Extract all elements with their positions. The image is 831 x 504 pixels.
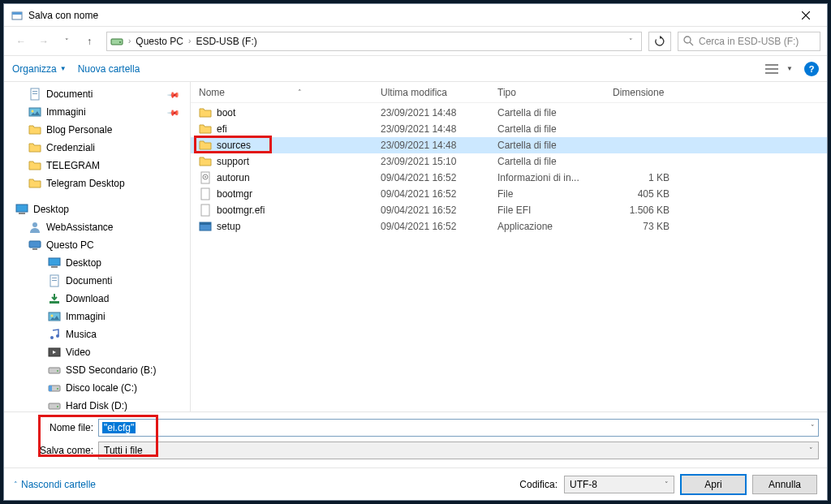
recent-dropdown[interactable]: ˅	[56, 31, 77, 52]
search-icon	[683, 36, 694, 46]
sidebar-item[interactable]: SSD Secondario (B:)	[4, 361, 190, 379]
file-row[interactable]: support23/09/2021 15:10Cartella di file	[191, 153, 827, 170]
sidebar-item[interactable]: Credenziali	[4, 139, 190, 157]
sidebar-item-label: Blog Personale	[46, 124, 112, 136]
close-button[interactable]	[790, 4, 822, 27]
sidebar-item[interactable]: Download	[4, 290, 190, 308]
sidebar-item[interactable]: Questo PC	[4, 236, 190, 254]
file-icon	[199, 187, 212, 200]
file-row[interactable]: bootmgr09/04/2021 16:52File405 KB	[191, 186, 827, 202]
sidebar-item[interactable]: WebAssistance	[4, 218, 190, 236]
sidebar-item[interactable]: Blog Personale	[4, 121, 190, 139]
svg-point-30	[50, 336, 54, 339]
view-options[interactable]: ▼	[765, 63, 793, 75]
svg-rect-25	[52, 278, 57, 278]
file-type: Cartella di file	[489, 156, 605, 167]
file-row[interactable]: efi23/09/2021 14:48Cartella di file	[191, 121, 827, 137]
col-size[interactable]: Dimensione	[605, 87, 678, 98]
file-name: support	[217, 156, 249, 167]
sidebar-item[interactable]: Immagini	[4, 308, 190, 325]
navbar: ← → ˅ ↑ › Questo PC › ESD-USB (F:) ˅ Cer…	[4, 27, 827, 56]
svg-rect-37	[49, 386, 52, 391]
sidebar-item-label: Immagini	[46, 106, 86, 118]
sidebar-item-label: Documenti	[46, 88, 93, 100]
svg-point-7	[684, 37, 691, 43]
file-row[interactable]: setup09/04/2021 16:52Applicazione73 KB	[191, 218, 827, 235]
sidebar[interactable]: Documenti📌Immagini📌Blog PersonaleCredenz…	[4, 82, 191, 411]
svg-point-48	[205, 176, 206, 178]
sidebar-item[interactable]: Hard Disk (D:)	[4, 397, 190, 411]
inf-icon	[199, 171, 212, 184]
refresh-button[interactable]	[648, 32, 671, 51]
file-type: Cartella di file	[489, 123, 605, 135]
chevron-right-icon: ›	[188, 37, 191, 45]
svg-rect-34	[49, 368, 60, 373]
chevron-down-icon[interactable]: ˅	[811, 424, 815, 432]
svg-point-5	[119, 41, 121, 43]
col-type[interactable]: Tipo	[489, 87, 605, 98]
file-row[interactable]: boot23/09/2021 14:48Cartella di file	[191, 105, 827, 121]
pc-icon	[28, 239, 41, 252]
svg-point-29	[51, 315, 54, 317]
new-folder-button[interactable]: Nuova cartella	[78, 63, 140, 75]
desktop-icon	[15, 203, 28, 216]
svg-rect-21	[32, 248, 37, 250]
svg-rect-52	[200, 222, 211, 225]
sidebar-item[interactable]: Documenti	[4, 272, 190, 290]
chevron-down-icon: ˅	[809, 446, 813, 454]
filename-input[interactable]: "ei.cfg" ˅	[98, 419, 819, 437]
address-bar[interactable]: › Questo PC › ESD-USB (F:) ˅	[106, 32, 642, 51]
col-modified[interactable]: Ultima modifica	[372, 87, 489, 98]
sidebar-item[interactable]: Telegram Desktop	[4, 174, 190, 192]
cancel-button[interactable]: Annulla	[752, 475, 817, 494]
file-type: Cartella di file	[489, 107, 605, 118]
svg-rect-49	[201, 188, 209, 200]
window-title: Salva con nome	[28, 10, 790, 21]
file-row[interactable]: autorun09/04/2021 16:52Informazioni di i…	[191, 170, 827, 186]
file-size: 1 KB	[605, 172, 678, 183]
sidebar-item[interactable]: Desktop	[4, 254, 190, 272]
address-dropdown[interactable]: ˅	[623, 37, 638, 45]
crumb-pc[interactable]: Questo PC	[136, 36, 183, 47]
file-size: 405 KB	[605, 188, 678, 200]
column-headers[interactable]: Nome˄ Ultima modifica Tipo Dimensione	[191, 82, 827, 103]
file-type: Cartella di file	[489, 140, 605, 151]
chevron-down-icon: ˅	[665, 480, 669, 489]
filename-value: "ei.cfg"	[102, 422, 136, 433]
sidebar-item[interactable]: Immagini📌	[4, 103, 190, 121]
drive-icon	[48, 399, 61, 411]
app-icon	[11, 9, 24, 22]
organize-menu[interactable]: Organizza▼	[12, 63, 67, 75]
sidebar-item[interactable]: Documenti📌	[4, 85, 190, 103]
doc-icon	[48, 274, 61, 287]
help-button[interactable]: ?	[804, 62, 819, 76]
file-list[interactable]: boot23/09/2021 14:48Cartella di fileefi2…	[191, 103, 827, 411]
pin-icon: 📌	[167, 88, 180, 101]
file-row[interactable]: sources23/09/2021 14:48Cartella di file	[191, 137, 827, 153]
up-button[interactable]: ↑	[79, 31, 100, 52]
file-modified: 09/04/2021 16:52	[372, 205, 489, 216]
svg-point-38	[57, 388, 58, 390]
saveas-combo[interactable]: Tutti i file ˅	[98, 442, 819, 459]
forward-button[interactable]: →	[33, 31, 54, 52]
svg-rect-23	[51, 266, 58, 268]
encoding-combo[interactable]: UTF-8 ˅	[564, 476, 674, 493]
open-button[interactable]: Apri	[681, 475, 746, 494]
hide-folders-link[interactable]: ˄Nascondi cartelle	[14, 479, 96, 490]
file-modified: 23/09/2021 14:48	[372, 107, 489, 118]
pic-icon	[48, 310, 61, 323]
sidebar-item[interactable]: TELEGRAM	[4, 157, 190, 174]
sidebar-item[interactable]: Disco locale (C:)	[4, 379, 190, 397]
sidebar-desktop[interactable]: Desktop	[4, 200, 190, 218]
svg-rect-22	[49, 258, 60, 265]
search-input[interactable]: Cerca in ESD-USB (F:)	[678, 32, 820, 51]
sidebar-item[interactable]: Video	[4, 343, 190, 361]
saveas-value: Tutti i file	[104, 445, 143, 456]
col-name[interactable]: Nome	[199, 87, 225, 98]
sidebar-item[interactable]: Musica	[4, 325, 190, 343]
crumb-drive[interactable]: ESD-USB (F:)	[196, 36, 256, 47]
back-button[interactable]: ←	[11, 31, 32, 52]
svg-rect-18	[19, 213, 25, 214]
file-name: boot	[217, 107, 235, 118]
file-row[interactable]: bootmgr.efi09/04/2021 16:52File EFI1.506…	[191, 202, 827, 218]
